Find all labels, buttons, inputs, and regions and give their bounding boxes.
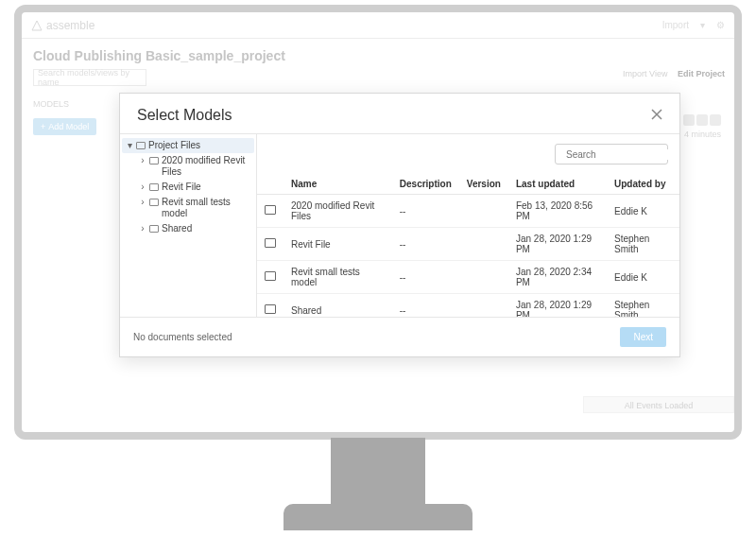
next-button[interactable]: Next bbox=[620, 327, 666, 347]
folder-icon bbox=[265, 238, 276, 248]
view-icon-2[interactable] bbox=[696, 114, 708, 126]
tree-item[interactable]: › Shared bbox=[135, 221, 254, 236]
view-icon-1[interactable] bbox=[683, 114, 695, 126]
col-updated-by[interactable]: Updated by bbox=[607, 174, 679, 195]
settings-icon[interactable]: ⚙ bbox=[716, 20, 725, 30]
table-row[interactable]: Revit small tests model -- Jan 28, 2020 … bbox=[257, 261, 679, 294]
tree-item[interactable]: › 2020 modified Revit Files bbox=[135, 153, 254, 180]
logo-text: assemble bbox=[46, 19, 94, 32]
footer-status: No documents selected bbox=[133, 332, 232, 342]
folder-tree: ▾ Project Files › 2020 modified Revit Fi… bbox=[120, 134, 257, 317]
app-header: assemble Import ▾ ⚙ bbox=[22, 12, 734, 39]
col-version[interactable]: Version bbox=[459, 174, 508, 195]
folder-icon bbox=[136, 142, 146, 149]
folder-icon bbox=[149, 199, 159, 206]
folder-icon bbox=[265, 205, 276, 215]
select-models-modal: Select Models ▾ Project Files › 2020 mod… bbox=[119, 93, 680, 357]
search-box[interactable] bbox=[555, 144, 668, 165]
tree-root[interactable]: ▾ Project Files bbox=[122, 138, 254, 153]
edit-project-button[interactable]: Edit Project bbox=[678, 69, 725, 78]
table-row[interactable]: 2020 modified Revit Files -- Feb 13, 202… bbox=[257, 195, 679, 228]
view-toggle[interactable] bbox=[683, 114, 721, 126]
folder-icon bbox=[149, 225, 159, 233]
refresh-time: 4 minutes bbox=[684, 130, 721, 139]
search-input[interactable] bbox=[566, 149, 679, 160]
monitor-stand bbox=[331, 438, 425, 504]
bg-search-input[interactable]: Search models/views by name bbox=[33, 69, 146, 86]
close-icon[interactable] bbox=[651, 108, 662, 123]
folder-icon bbox=[149, 157, 159, 165]
chevron-right-icon[interactable]: › bbox=[139, 223, 146, 234]
folder-icon bbox=[149, 183, 159, 191]
import-view-button[interactable]: Import View bbox=[623, 69, 667, 78]
tree-item[interactable]: › Revit small tests model bbox=[135, 195, 254, 221]
user-icon[interactable]: ▾ bbox=[700, 20, 705, 30]
page-title: Cloud Publishing Basic_sample_project bbox=[22, 39, 734, 69]
view-icon-3[interactable] bbox=[710, 114, 721, 126]
modal-title: Select Models bbox=[137, 107, 232, 124]
chevron-right-icon[interactable]: › bbox=[139, 197, 146, 207]
table-row[interactable]: Shared -- Jan 28, 2020 1:29 PM Stephen S… bbox=[257, 294, 679, 319]
col-name[interactable]: Name bbox=[284, 174, 392, 195]
chevron-down-icon[interactable]: ▾ bbox=[126, 140, 133, 150]
folder-icon bbox=[265, 304, 276, 314]
table-row[interactable]: Revit File -- Jan 28, 2020 1:29 PM Steph… bbox=[257, 228, 679, 261]
monitor-base bbox=[284, 504, 472, 530]
chevron-right-icon[interactable]: › bbox=[139, 155, 146, 165]
models-table: Name Description Version Last updated Up… bbox=[257, 174, 679, 318]
add-model-button[interactable]: +Add Model bbox=[33, 118, 96, 135]
logo: assemble bbox=[31, 19, 94, 32]
col-description[interactable]: Description bbox=[392, 174, 459, 195]
col-last-updated[interactable]: Last updated bbox=[508, 174, 607, 195]
tree-item[interactable]: › Revit File bbox=[135, 180, 254, 195]
folder-icon bbox=[265, 271, 276, 281]
import-menu[interactable]: Import bbox=[662, 20, 689, 30]
events-loaded: All Events Loaded bbox=[583, 396, 734, 413]
chevron-right-icon[interactable]: › bbox=[139, 182, 146, 192]
